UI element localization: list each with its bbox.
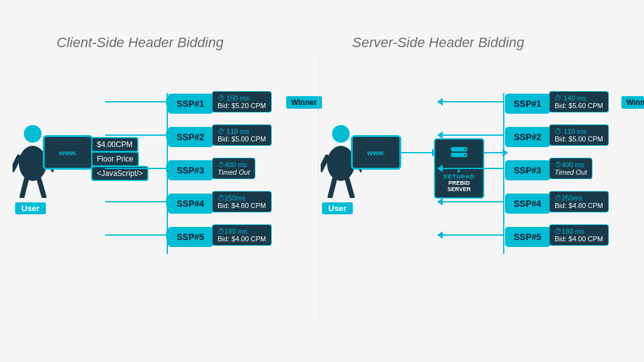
right-ssp2-time: ⏱ 110 ms bbox=[555, 128, 603, 135]
left-arrow-ssp2 bbox=[105, 134, 167, 136]
right-ssp4-time: ⏱250ms bbox=[555, 194, 603, 202]
right-monitor-text: www. bbox=[367, 149, 385, 156]
right-ssp2-box: SSP#2 bbox=[505, 127, 550, 147]
left-arrow-ssp5 bbox=[105, 234, 167, 236]
left-ssp4-bidval: Bid: $4.80 CPM bbox=[218, 202, 266, 209]
right-arrow-server-connector bbox=[484, 152, 503, 153]
left-ssp1-time: ⏱ 150 ms bbox=[218, 94, 266, 102]
left-ssp4-box: SSP#4 bbox=[168, 194, 213, 214]
left-ssp3-box: SSP#3 bbox=[168, 160, 213, 180]
right-ssp1-bid: ⏱ 140 ms Bid: $5.60 CPM bbox=[549, 91, 609, 112]
left-monitor: www. bbox=[43, 135, 93, 170]
right-ssp5-bidval: Bid: $4.00 CPM bbox=[555, 235, 603, 243]
right-arrow-ssp3 bbox=[442, 168, 503, 169]
right-ssp4-bidval: Bid: $4.80 CPM bbox=[555, 202, 603, 209]
left-arrow-ssp3 bbox=[105, 168, 167, 169]
left-ssp1-winner: Winner bbox=[286, 96, 322, 109]
left-floor-price-label: Floor Price bbox=[91, 151, 139, 167]
left-ssp3-timedout: Timed Out bbox=[218, 168, 250, 176]
left-ssp2-bid: ⏱ 110 ms Bid: $5.00 CPM bbox=[212, 124, 272, 146]
left-ssp5-bidval: Bid: $4.00 CPM bbox=[218, 235, 266, 243]
right-monitor: www. bbox=[351, 135, 401, 170]
left-section-title: Client-Side Header Bidding bbox=[57, 35, 223, 51]
right-ssp5-time: ⏱190 ms bbox=[555, 228, 603, 235]
svg-line-12 bbox=[347, 179, 352, 197]
left-ssp5-box: SSP#5 bbox=[168, 227, 213, 247]
svg-point-13 bbox=[335, 128, 347, 140]
right-ssp5-bid: ⏱190 ms Bid: $4.00 CPM bbox=[549, 224, 609, 246]
svg-point-17 bbox=[464, 154, 466, 156]
right-ssp1-bidval: Bid: $5.60 CPM bbox=[555, 102, 603, 109]
right-ssp3-time: ⏱400 ms bbox=[555, 161, 587, 168]
section-divider bbox=[318, 57, 319, 321]
server-label-line1: ▲ SETUPAD bbox=[441, 167, 477, 180]
left-ssp4-bid: ⏱250ms Bid: $4.80 CPM bbox=[212, 191, 272, 212]
left-ssp3-time: ⏱400 ms bbox=[218, 161, 250, 168]
svg-line-2 bbox=[13, 157, 19, 170]
left-ssp2-bidval: Bid: $5.00 CPM bbox=[218, 135, 266, 143]
right-v-connector bbox=[503, 93, 504, 254]
right-section-title: Server-Side Header Bidding bbox=[352, 35, 525, 51]
right-ssp2-bidval: Bid: $5.00 CPM bbox=[555, 135, 603, 143]
left-ssp1-bidval: Bid: $5.20 CPM bbox=[218, 102, 266, 109]
svg-line-5 bbox=[39, 179, 44, 197]
right-ssp5-box: SSP#5 bbox=[505, 227, 550, 247]
left-floor-price-cpm: $4.00CPM bbox=[91, 137, 138, 152]
right-arrow-ssp1 bbox=[442, 101, 503, 102]
left-ssp1-bid: ⏱ 150 ms Bid: $5.20 CPM bbox=[212, 91, 272, 112]
right-arrow-ssp2 bbox=[442, 134, 503, 136]
right-user-label: User bbox=[322, 202, 353, 214]
left-ssp5-bid: ⏱190 ms Bid: $4.00 CPM bbox=[212, 224, 272, 246]
left-ssp1-box: SSP#1 bbox=[168, 94, 213, 114]
right-ssp2-bid: ⏱ 110 ms Bid: $5.00 CPM bbox=[549, 124, 609, 146]
right-arrow-ssp4 bbox=[442, 201, 503, 202]
diagram-container: Client-Side Header Bidding Server-Side H… bbox=[0, 0, 644, 362]
svg-line-4 bbox=[22, 179, 26, 197]
left-ssp4-time: ⏱250ms bbox=[218, 194, 266, 202]
left-user-label: User bbox=[15, 202, 46, 214]
left-ssp5-time: ⏱190 ms bbox=[218, 228, 266, 235]
right-ssp4-bid: ⏱250ms Bid: $4.80 CPM bbox=[549, 191, 609, 212]
svg-line-9 bbox=[321, 157, 327, 170]
left-ssp3-bid: ⏱400 ms Timed Out bbox=[212, 158, 255, 179]
right-arrow-to-server bbox=[401, 152, 433, 153]
right-arrow-ssp5 bbox=[442, 234, 503, 236]
right-ssp3-box: SSP#3 bbox=[505, 160, 550, 180]
server-label-line3: SERVER bbox=[441, 186, 477, 192]
right-ssp1-box: SSP#1 bbox=[505, 94, 550, 114]
left-arrow-ssp1 bbox=[105, 101, 167, 102]
svg-point-16 bbox=[464, 148, 466, 150]
left-arrow-ssp4 bbox=[105, 201, 167, 202]
right-ssp3-bid: ⏱400 ms Timed Out bbox=[549, 158, 592, 179]
right-ssp1-time: ⏱ 140 ms bbox=[555, 94, 603, 102]
left-monitor-text: www. bbox=[59, 149, 77, 156]
svg-line-11 bbox=[330, 179, 335, 197]
left-ssp2-box: SSP#2 bbox=[168, 127, 213, 147]
right-ssp1-winner: Winner bbox=[621, 96, 644, 109]
right-ssp4-box: SSP#4 bbox=[505, 194, 550, 214]
svg-point-6 bbox=[26, 128, 39, 140]
left-ssp2-time: ⏱ 110 ms bbox=[218, 128, 266, 135]
right-ssp3-timedout: Timed Out bbox=[555, 168, 587, 176]
server-label-line2: PREBID bbox=[441, 180, 477, 186]
